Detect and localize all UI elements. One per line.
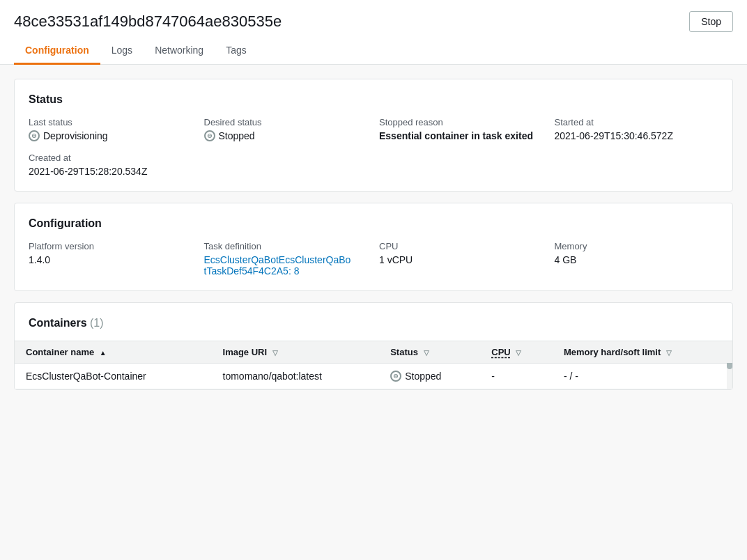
col-image-uri[interactable]: Image URI ▽ xyxy=(212,341,380,364)
field-created-at-value: 2021-06-29T15:28:20.534Z xyxy=(29,166,193,177)
field-stopped-reason: Stopped reason Essential container in ta… xyxy=(379,117,544,141)
tab-networking[interactable]: Networking xyxy=(144,38,215,65)
table-row: EcsClusterQaBot-Container tomomano/qabot… xyxy=(15,364,732,389)
row-stopped-icon: ⊖ xyxy=(390,371,401,382)
sort-none-icon-3: ▽ xyxy=(516,349,521,357)
tab-tags[interactable]: Tags xyxy=(215,38,258,65)
tab-logs[interactable]: Logs xyxy=(100,38,144,65)
stop-button[interactable]: Stop xyxy=(689,11,733,32)
tabs-container: Configuration Logs Networking Tags xyxy=(0,38,747,65)
status-card: Status Last status ⊖ Deprovisioning Desi… xyxy=(14,79,733,192)
status-fields-grid: Last status ⊖ Deprovisioning Desired sta… xyxy=(29,117,718,177)
status-card-title: Status xyxy=(29,93,718,106)
page-header: 48ce33531af149bd8747064ae830535e Stop xyxy=(0,0,747,38)
containers-table-wrapper: Container name ▲ Image URI ▽ Status ▽ xyxy=(15,341,732,389)
containers-card-title: Containers (1) xyxy=(29,317,718,329)
containers-card: Containers (1) Container name ▲ Image UR… xyxy=(14,302,733,390)
main-content: Status Last status ⊖ Deprovisioning Desi… xyxy=(0,65,747,404)
stopped-icon: ⊖ xyxy=(204,130,215,141)
deprovisioning-icon: ⊖ xyxy=(29,130,40,141)
field-cpu: CPU 1 vCPU xyxy=(379,241,544,277)
field-memory-value: 4 GB xyxy=(555,254,719,265)
field-stopped-reason-value: Essential container in task exited xyxy=(379,130,544,141)
field-memory: Memory 4 GB xyxy=(555,241,719,277)
config-card: Configuration Platform version 1.4.0 Tas… xyxy=(14,203,733,291)
cell-memory: - / - xyxy=(553,364,732,389)
tab-configuration[interactable]: Configuration xyxy=(14,38,100,65)
page-title: 48ce33531af149bd8747064ae830535e xyxy=(14,13,282,31)
field-last-status: Last status ⊖ Deprovisioning xyxy=(29,117,193,141)
field-started-at-label: Started at xyxy=(555,117,719,127)
field-desired-status-value: ⊖ Stopped xyxy=(204,130,369,141)
sort-asc-icon: ▲ xyxy=(100,349,107,357)
sort-none-icon-4: ▽ xyxy=(666,349,672,357)
sort-none-icon-2: ▽ xyxy=(424,349,429,357)
containers-count: (1) xyxy=(90,317,104,329)
field-task-definition-label: Task definition xyxy=(204,241,369,251)
field-cpu-value: 1 vCPU xyxy=(379,254,544,265)
field-desired-status: Desired status ⊖ Stopped xyxy=(204,117,369,141)
config-fields-grid: Platform version 1.4.0 Task definition E… xyxy=(29,241,718,277)
table-header-row: Container name ▲ Image URI ▽ Status ▽ xyxy=(15,341,732,364)
task-definition-link[interactable]: EcsClusterQaBotEcsClusterQaBotTaskDef54F… xyxy=(204,254,351,277)
field-stopped-reason-label: Stopped reason xyxy=(379,117,544,127)
field-created-at-label: Created at xyxy=(29,153,193,163)
cell-image-uri: tomomano/qabot:latest xyxy=(212,364,380,389)
field-last-status-label: Last status xyxy=(29,117,193,127)
field-desired-status-label: Desired status xyxy=(204,117,369,127)
config-card-title: Configuration xyxy=(29,217,718,230)
field-memory-label: Memory xyxy=(555,241,719,251)
field-platform-version: Platform version 1.4.0 xyxy=(29,241,193,277)
field-task-definition: Task definition EcsClusterQaBotEcsCluste… xyxy=(204,241,369,277)
field-platform-version-value: 1.4.0 xyxy=(29,254,193,265)
field-started-at-value: 2021-06-29T15:30:46.572Z xyxy=(555,130,719,141)
cell-status: ⊖ Stopped xyxy=(379,364,480,389)
cell-cpu: - xyxy=(480,364,553,389)
field-created-at: Created at 2021-06-29T15:28:20.534Z xyxy=(29,153,193,177)
containers-table: Container name ▲ Image URI ▽ Status ▽ xyxy=(15,341,732,389)
col-memory-limit[interactable]: Memory hard/soft limit ▽ xyxy=(553,341,732,364)
field-cpu-label: CPU xyxy=(379,241,544,251)
col-status[interactable]: Status ▽ xyxy=(379,341,480,364)
field-platform-version-label: Platform version xyxy=(29,241,193,251)
sort-none-icon-1: ▽ xyxy=(272,349,278,357)
col-cpu[interactable]: CPU ▽ xyxy=(480,341,553,364)
field-task-definition-value: EcsClusterQaBotEcsClusterQaBotTaskDef54F… xyxy=(204,254,369,277)
field-started-at: Started at 2021-06-29T15:30:46.572Z xyxy=(555,117,719,141)
cell-container-name: EcsClusterQaBot-Container xyxy=(15,364,212,389)
col-container-name[interactable]: Container name ▲ xyxy=(15,341,212,364)
field-last-status-value: ⊖ Deprovisioning xyxy=(29,130,193,141)
